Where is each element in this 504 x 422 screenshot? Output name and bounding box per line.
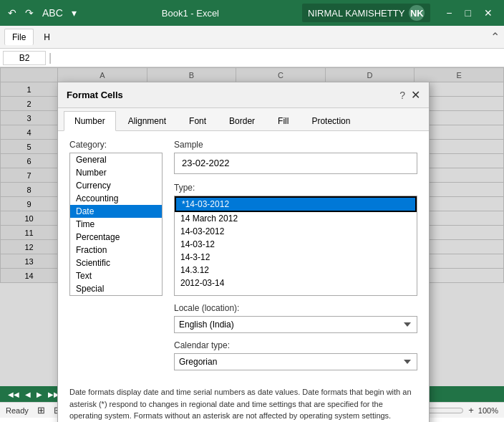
user-avatar: NK xyxy=(409,5,425,21)
description-text: Date formats display date and time seria… xyxy=(69,386,417,422)
sheet-nav-next[interactable]: ▶ xyxy=(34,390,44,398)
minimize-button[interactable]: − xyxy=(440,6,457,20)
dialog-title: Format Cells xyxy=(67,90,123,100)
dialog-close-button[interactable]: ✕ xyxy=(411,88,420,102)
dialog-help-button[interactable]: ? xyxy=(399,90,405,101)
locale-label: Locale (location): xyxy=(174,303,417,313)
calendar-label: Calendar type: xyxy=(174,340,417,350)
category-item-text[interactable]: Text xyxy=(70,269,162,282)
excel-title: Book1 - Excel xyxy=(83,8,298,19)
undo-icon[interactable]: ↶ xyxy=(6,6,19,20)
category-item-general[interactable]: General xyxy=(70,153,162,166)
category-section: Category: General Number Currency Accoun… xyxy=(69,140,163,370)
window-controls: − □ ✕ xyxy=(440,6,498,20)
sheet-nav-first[interactable]: ◀◀ xyxy=(6,390,21,398)
formula-divider: | xyxy=(49,52,52,64)
close-button[interactable]: ✕ xyxy=(478,6,498,20)
type-item-1[interactable]: 14 March 2012 xyxy=(175,212,417,225)
type-item-3[interactable]: 14-03-12 xyxy=(175,238,417,251)
sheet-nav-prev[interactable]: ◀ xyxy=(23,390,33,398)
ribbon-expand-button[interactable]: ⌃ xyxy=(490,30,500,44)
redo-icon[interactable]: ↷ xyxy=(23,6,36,20)
sample-label: Sample xyxy=(174,140,417,150)
tab-border[interactable]: Border xyxy=(218,111,266,130)
modal-overlay: Format Cells ? ✕ Number Alignment Font B… xyxy=(0,67,504,386)
type-item-6[interactable]: 2012-03-14 xyxy=(175,277,417,289)
zoom-in-button[interactable]: + xyxy=(468,405,474,416)
tab-number[interactable]: Number xyxy=(64,111,116,131)
category-item-percentage[interactable]: Percentage xyxy=(70,231,162,244)
dialog-tabs: Number Alignment Font Border Fill Protec… xyxy=(58,108,429,131)
tab-font[interactable]: Font xyxy=(178,111,217,130)
maximize-button[interactable]: □ xyxy=(460,6,477,20)
category-item-time[interactable]: Time xyxy=(70,218,162,231)
category-label: Category: xyxy=(69,140,163,150)
format-section: Sample 23-02-2022 Type: *14-03-2012 14 M… xyxy=(174,140,417,370)
format-cells-dialog: Format Cells ? ✕ Number Alignment Font B… xyxy=(57,82,430,422)
type-list[interactable]: *14-03-2012 14 March 2012 14-03-2012 14-… xyxy=(174,196,417,296)
type-item-5[interactable]: 14.3.12 xyxy=(175,264,417,277)
category-item-currency[interactable]: Currency xyxy=(70,179,162,192)
zoom-level: 100% xyxy=(478,406,498,415)
excel-titlebar: ↶ ↷ ABC ▾ Book1 - Excel NIRMAL KAMISHETT… xyxy=(0,0,504,26)
ribbon-tab-home[interactable]: H xyxy=(37,29,57,45)
category-item-accounting[interactable]: Accounting xyxy=(70,192,162,205)
quick-access-dropdown[interactable]: ▾ xyxy=(69,6,79,20)
user-info: NIRMAL KAMISHETTY NK xyxy=(302,4,430,22)
status-view-normal[interactable]: ⊞ xyxy=(37,405,45,416)
type-item-0[interactable]: *14-03-2012 xyxy=(175,196,417,212)
type-item-4[interactable]: 14-3-12 xyxy=(175,251,417,264)
category-item-number[interactable]: Number xyxy=(70,166,162,179)
user-name: NIRMAL KAMISHETTY xyxy=(308,8,404,19)
dialog-titlebar: Format Cells ? ✕ xyxy=(58,82,429,108)
type-item-2[interactable]: 14-03-2012 xyxy=(175,225,417,238)
formula-input[interactable] xyxy=(54,52,501,63)
spell-icon[interactable]: ABC xyxy=(40,6,65,20)
sample-box: 23-02-2022 xyxy=(174,153,417,174)
dialog-body: Category: General Number Currency Accoun… xyxy=(58,131,429,379)
description-section: Date formats display date and time seria… xyxy=(58,386,429,422)
ribbon: File H ⌃ xyxy=(0,26,504,49)
category-list[interactable]: General Number Currency Accounting Date … xyxy=(69,153,163,296)
sheet-nav-arrows: ◀◀ ◀ ▶ ▶▶ xyxy=(6,390,62,398)
category-item-scientific[interactable]: Scientific xyxy=(70,256,162,269)
locale-select[interactable]: English (India) xyxy=(174,316,417,333)
tab-alignment[interactable]: Alignment xyxy=(117,111,177,130)
type-label: Type: xyxy=(174,183,417,193)
category-item-fraction[interactable]: Fraction xyxy=(70,244,162,256)
cell-reference-box[interactable] xyxy=(3,51,46,65)
category-item-custom[interactable]: Custom xyxy=(70,295,162,296)
status-ready: Ready xyxy=(6,406,29,415)
formula-bar: | xyxy=(0,49,504,67)
main-area: A B C D E 1Dates 22022/2/2 32023/6/3 419… xyxy=(0,67,504,386)
tab-fill[interactable]: Fill xyxy=(267,111,299,130)
tab-protection[interactable]: Protection xyxy=(301,111,361,130)
ribbon-tab-file[interactable]: File xyxy=(4,29,34,45)
dialog-title-controls: ? ✕ xyxy=(399,88,420,102)
category-item-special[interactable]: Special xyxy=(70,282,162,295)
category-item-date[interactable]: Date xyxy=(70,205,162,218)
calendar-select[interactable]: Gregorian xyxy=(174,353,417,370)
